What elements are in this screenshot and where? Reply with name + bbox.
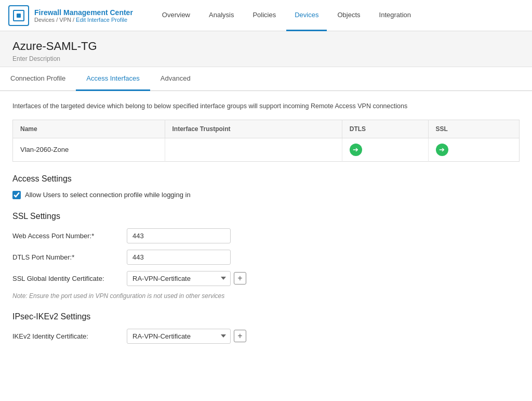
page-description: Enter Description	[12, 55, 520, 62]
table-header-row: Name Interface Trustpoint DTLS SSL	[13, 120, 520, 138]
nav-integration[interactable]: Integration	[371, 0, 419, 31]
col-header-dtls: DTLS	[342, 120, 428, 138]
web-access-port-label: Web Access Port Number:*	[12, 232, 127, 240]
nav-policies[interactable]: Policies	[244, 0, 284, 31]
ssl-cert-row: SSL Global Identity Certificate: RA-VPN-…	[12, 271, 520, 286]
col-header-trustpoint: Interface Trustpoint	[165, 120, 342, 138]
brand-text-area: Firewall Management Center Devices / VPN…	[34, 8, 133, 23]
col-header-ssl: SSL	[428, 120, 520, 138]
web-access-port-row: Web Access Port Number:*	[12, 228, 520, 243]
top-navigation: Firewall Management Center Devices / VPN…	[0, 0, 532, 31]
nav-items: Overview Analysis Policies Devices Objec…	[154, 0, 524, 31]
page-header: Azure-SAML-TG Enter Description	[0, 31, 532, 67]
page-title: Azure-SAML-TG	[12, 40, 520, 53]
logo-inner	[13, 10, 24, 21]
ssl-cert-label: SSL Global Identity Certificate:	[12, 275, 127, 282]
ssl-cert-select-wrapper: RA-VPN-Certificate Default None +	[127, 271, 246, 286]
cell-ssl: ➔	[428, 138, 520, 161]
nav-objects[interactable]: Objects	[329, 0, 368, 31]
breadcrumb: Devices / VPN / Edit Interface Profile	[34, 17, 133, 23]
breadcrumb-link[interactable]: Edit Interface Profile	[76, 17, 127, 23]
interfaces-table: Name Interface Trustpoint DTLS SSL Vlan-…	[12, 120, 520, 162]
nav-devices[interactable]: Devices	[286, 0, 327, 31]
interfaces-description: Interfaces of the targeted device which …	[12, 101, 520, 111]
ikev2-cert-label: IKEv2 Identity Certificate:	[12, 332, 127, 340]
breadcrumb-prefix: Devices / VPN /	[34, 17, 74, 23]
cell-name: Vlan-2060-Zone	[13, 138, 165, 161]
cell-dtls: ➔	[342, 138, 428, 161]
col-header-name: Name	[13, 120, 165, 138]
ssl-cert-add-button[interactable]: +	[234, 272, 246, 284]
ipsec-settings-title: IPsec-IKEv2 Settings	[12, 312, 520, 321]
ssl-arrow-icon: ➔	[436, 144, 448, 156]
nav-overview[interactable]: Overview	[154, 0, 198, 31]
access-settings-title: Access Settings	[12, 174, 520, 184]
tab-connection-profile[interactable]: Connection Profile	[0, 67, 76, 91]
allow-profile-selection-label: Allow Users to select connection profile…	[25, 191, 191, 199]
cell-trustpoint	[165, 138, 342, 161]
ssl-cert-select[interactable]: RA-VPN-Certificate Default None	[127, 271, 231, 286]
brand-area: Firewall Management Center Devices / VPN…	[8, 5, 133, 26]
ssl-note: Note: Ensure the port used in VPN config…	[12, 292, 520, 300]
ikev2-cert-select-wrapper: RA-VPN-Certificate Default None +	[127, 329, 246, 344]
nav-analysis[interactable]: Analysis	[201, 0, 242, 31]
ikev2-cert-add-button[interactable]: +	[234, 330, 246, 342]
tab-bar: Connection Profile Access Interfaces Adv…	[0, 67, 532, 91]
ikev2-cert-select[interactable]: RA-VPN-Certificate Default None	[127, 329, 231, 344]
access-settings-section: Allow Users to select connection profile…	[12, 191, 520, 199]
allow-profile-selection-checkbox[interactable]	[12, 191, 21, 199]
web-access-port-input[interactable]	[127, 228, 231, 243]
app-title: Firewall Management Center	[34, 8, 133, 17]
ssl-settings-title: SSL Settings	[12, 212, 520, 221]
tab-advanced[interactable]: Advanced	[150, 67, 201, 91]
tab-access-interfaces[interactable]: Access Interfaces	[76, 67, 150, 91]
main-content: Interfaces of the targeted device which …	[0, 91, 532, 360]
ikev2-cert-row: IKEv2 Identity Certificate: RA-VPN-Certi…	[12, 329, 520, 344]
dtls-port-input[interactable]	[127, 250, 231, 265]
dtls-arrow-icon: ➔	[350, 144, 362, 156]
dtls-port-row: DTLS Port Number:*	[12, 250, 520, 265]
dtls-port-label: DTLS Port Number:*	[12, 253, 127, 261]
brand-logo-icon	[8, 5, 29, 26]
table-row: Vlan-2060-Zone ➔ ➔	[13, 138, 520, 161]
